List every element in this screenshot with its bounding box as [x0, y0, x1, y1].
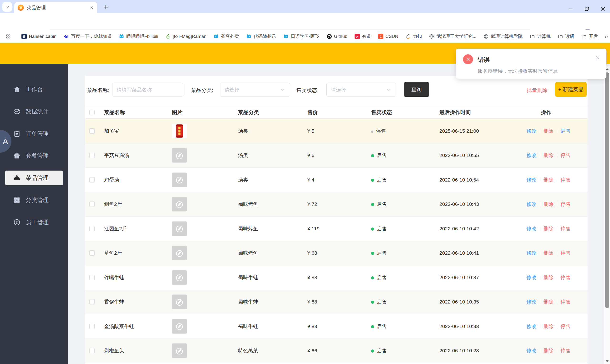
row-checkbox[interactable]	[89, 177, 95, 182]
stop-sale-link[interactable]: 停售	[561, 299, 571, 305]
edit-link[interactable]: 修改	[527, 128, 537, 134]
sidebar-item-mealset[interactable]: 套餐管理	[5, 148, 63, 163]
bookmark-item[interactable]: CCSDN	[378, 34, 398, 39]
dish-name-input[interactable]: 请填写菜品名称	[112, 83, 183, 96]
bookmark-label: 力扣	[413, 33, 422, 39]
dish-name-filter-label: 菜品名称:	[87, 87, 109, 94]
stop-sale-link[interactable]: 停售	[561, 177, 571, 183]
apps-grid-icon[interactable]	[6, 34, 11, 39]
stop-sale-link[interactable]: 停售	[561, 152, 571, 159]
window-minimize-button[interactable]	[568, 6, 574, 12]
window-close-button[interactable]	[600, 6, 606, 12]
row-checkbox[interactable]	[89, 324, 95, 329]
status-select[interactable]: 请选择	[326, 83, 396, 96]
bookmark-item[interactable]: 武理计算机学院	[483, 33, 522, 39]
edit-link[interactable]: 修改	[527, 347, 537, 354]
bookmark-item[interactable]: 代码随想录	[246, 33, 276, 39]
stop-sale-link[interactable]: 停售	[561, 201, 571, 208]
dish-name: 江团鱼2斤	[104, 225, 127, 232]
stop-sale-link[interactable]: 停售	[561, 347, 571, 354]
delete-link[interactable]: 删除	[544, 225, 554, 232]
notification-close-icon[interactable]	[595, 55, 600, 61]
sidebar-item-dish[interactable]: 菜品管理	[5, 170, 63, 185]
sidebar-item-employee[interactable]: 员工管理	[5, 215, 63, 230]
edit-link[interactable]: 修改	[527, 152, 537, 159]
row-checkbox[interactable]	[89, 202, 95, 207]
bookmark-item[interactable]: 日语学习-阿飞	[283, 33, 319, 39]
stop-sale-link[interactable]: 停售	[561, 274, 571, 281]
last-updated-time: 2022-06-10 10:41	[439, 250, 479, 256]
edit-link[interactable]: 修改	[527, 323, 537, 330]
select-all-checkbox[interactable]	[89, 110, 95, 115]
window-restore-button[interactable]	[584, 6, 590, 12]
row-checkbox[interactable]	[89, 128, 95, 134]
edit-link[interactable]: 修改	[527, 177, 537, 183]
edit-link[interactable]: 修改	[527, 201, 537, 208]
bookmark-item[interactable]: 哔哩哔哩~bilibili	[119, 33, 158, 39]
sidebar-item-category[interactable]: 分类管理	[5, 193, 63, 208]
bookmark-item[interactable]: 力扣	[405, 33, 422, 39]
baidu-favicon	[64, 34, 69, 39]
browser-tab[interactable]: 菜品管理	[14, 2, 97, 13]
action-divider	[557, 250, 557, 256]
bookmark-item[interactable]: [IoT-Mag]Raman	[165, 34, 207, 39]
new-tab-button[interactable]	[103, 4, 109, 11]
batch-delete-link[interactable]: 批量删除	[527, 87, 547, 94]
bookmark-item[interactable]: 开发	[581, 33, 598, 39]
bookmark-item[interactable]: 计算机	[530, 33, 551, 39]
enable-sale-link[interactable]: 启售	[561, 128, 571, 134]
delete-link[interactable]: 删除	[544, 152, 554, 159]
leaf-favicon	[165, 34, 171, 39]
last-updated-time: 2022-06-10 10:55	[439, 153, 479, 158]
scrollbar-thumb[interactable]	[605, 72, 609, 308]
page-scrollbar[interactable]	[604, 66, 610, 364]
row-actions: 修改删除停售	[521, 250, 576, 256]
edit-link[interactable]: 修改	[527, 225, 537, 232]
bookmark-item[interactable]: 武汉理工大学研究...	[429, 33, 476, 39]
bookmarks-overflow-chevron[interactable]: »	[605, 33, 608, 40]
category-select[interactable]: 请选择	[220, 83, 290, 96]
dish-image-placeholder-icon	[172, 221, 187, 236]
bookmark-item[interactable]: Hansen.cabin	[21, 34, 56, 39]
delete-link[interactable]: 删除	[544, 299, 554, 305]
delete-link[interactable]: 删除	[544, 128, 554, 134]
delete-link[interactable]: 删除	[544, 177, 554, 183]
stop-sale-link[interactable]: 停售	[561, 323, 571, 330]
sidebar-item-home[interactable]: 工作台	[5, 82, 63, 97]
row-checkbox[interactable]	[89, 153, 95, 158]
bookmark-item[interactable]: Github	[327, 34, 347, 39]
delete-link[interactable]: 删除	[544, 201, 554, 208]
action-divider	[540, 153, 540, 158]
bookmark-label: 日语学习-阿飞	[291, 33, 319, 39]
bookmark-item[interactable]: yd有道	[355, 33, 371, 39]
scroll-down-icon[interactable]	[605, 359, 609, 363]
bookmark-item[interactable]: 百度一下，你就知道	[64, 33, 112, 39]
tab-search-button[interactable]	[2, 2, 12, 12]
new-dish-button[interactable]: + 新建菜品	[555, 82, 587, 97]
stop-sale-link[interactable]: 停售	[561, 250, 571, 256]
delete-link[interactable]: 删除	[544, 347, 554, 354]
sidebar-item-orders[interactable]: 订单管理	[5, 126, 63, 141]
row-checkbox[interactable]	[89, 250, 95, 256]
row-checkbox[interactable]	[89, 275, 95, 280]
last-updated-time: 2022-06-10 10:33	[439, 324, 479, 329]
bookmark-item[interactable]: 读研	[558, 33, 574, 39]
edit-link[interactable]: 修改	[527, 299, 537, 305]
action-divider	[557, 348, 557, 353]
edit-link[interactable]: 修改	[527, 274, 537, 281]
sidebar-item-stats[interactable]: 数据统计	[5, 104, 63, 119]
stop-sale-link[interactable]: 停售	[561, 225, 571, 232]
bookmark-item[interactable]: 苍穹外卖	[213, 33, 239, 39]
tab-close-icon[interactable]	[90, 5, 94, 10]
row-checkbox[interactable]	[89, 299, 95, 304]
delete-link[interactable]: 删除	[544, 323, 554, 330]
row-checkbox[interactable]	[89, 348, 95, 353]
row-checkbox[interactable]	[89, 226, 95, 231]
search-button[interactable]: 查询	[404, 82, 429, 97]
folder-icon	[581, 34, 587, 39]
delete-link[interactable]: 删除	[544, 250, 554, 256]
delete-link[interactable]: 删除	[544, 274, 554, 281]
edit-link[interactable]: 修改	[527, 250, 537, 256]
sidebar-nav: 工作台数据统计订单管理套餐管理菜品管理分类管理员工管理	[0, 64, 68, 364]
action-divider	[557, 275, 557, 280]
